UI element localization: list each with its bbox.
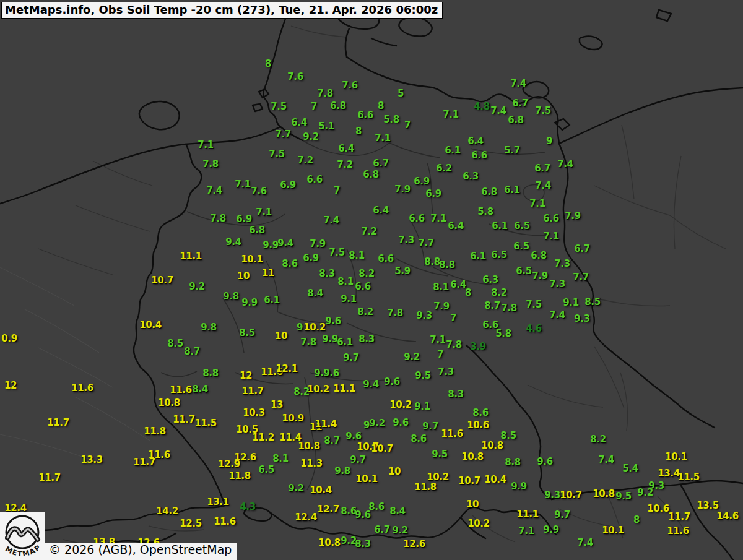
station-value: 10.3 xyxy=(243,407,264,418)
station-value: 7 xyxy=(334,185,340,196)
station-value: 9.9 xyxy=(322,334,337,345)
station-value: 8 xyxy=(633,514,640,525)
station-value: 9.7 xyxy=(554,509,570,520)
station-value: 11.3 xyxy=(300,458,322,469)
station-value: 12.9 xyxy=(218,459,240,470)
station-value: 11.5 xyxy=(677,472,699,483)
station-value: 11.6 xyxy=(441,428,463,439)
station-value: 8.1 xyxy=(272,453,288,464)
station-value: 7.1 xyxy=(430,213,446,224)
station-value: 9.1 xyxy=(341,293,356,304)
station-value: 8.8 xyxy=(439,259,454,270)
metmaps-logo: METMAPS xyxy=(0,512,45,560)
station-value: 7.8 xyxy=(387,308,402,319)
station-value: 6.6 xyxy=(306,174,322,185)
station-value: 6.4 xyxy=(373,205,388,216)
station-value: 9.6 xyxy=(537,456,552,467)
station-value: 7.8 xyxy=(501,303,516,314)
station-value: 14.2 xyxy=(156,506,178,517)
station-value: 8.2 xyxy=(357,306,373,317)
station-value: 8.7 xyxy=(324,435,339,446)
station-value: 8.6 xyxy=(341,506,356,517)
station-value: 9.2 xyxy=(303,131,318,142)
station-value: 6.4 xyxy=(338,143,354,154)
station-value: 9.2 xyxy=(369,418,385,429)
station-value: 7.8 xyxy=(210,213,225,224)
station-value: 6.5 xyxy=(514,220,529,231)
station-value: 8.6 xyxy=(411,433,426,444)
station-value: 7.1 xyxy=(529,198,545,209)
station-value: 13 xyxy=(271,399,283,410)
station-value: 7.3 xyxy=(549,278,565,290)
station-value: 11.6 xyxy=(667,525,689,536)
station-value: 12 xyxy=(4,380,17,391)
station-value: 6.6 xyxy=(543,213,558,224)
station-value: 6.9 xyxy=(236,213,251,225)
station-value: 8.3 xyxy=(448,389,463,400)
station-value: 8.2 xyxy=(491,287,506,298)
station-value: 7.4 xyxy=(577,537,593,548)
station-value: 0.9 xyxy=(1,333,17,344)
station-value: 7.2 xyxy=(297,155,313,166)
metmaps-logo-mark: METMAPS xyxy=(0,512,45,560)
station-value: 9.2 xyxy=(637,487,653,498)
station-value: 10.1 xyxy=(602,525,624,536)
station-value: 8 xyxy=(378,100,384,111)
station-value: 8.3 xyxy=(355,538,370,549)
station-value: 9.3 xyxy=(574,313,589,324)
station-value: 6.6 xyxy=(409,213,424,224)
station-value: 9 xyxy=(297,322,303,333)
station-value: 9.6 xyxy=(384,376,399,387)
station-value: 7.2 xyxy=(337,159,352,170)
station-value: 5.8 xyxy=(477,206,493,217)
station-value: 11.8 xyxy=(144,426,165,437)
station-value: 6.9 xyxy=(303,252,318,264)
station-value: 7.5 xyxy=(526,299,541,310)
station-value: 7.9 xyxy=(310,238,325,249)
station-value: 10.8 xyxy=(461,451,483,462)
station-value: 10.4 xyxy=(139,319,161,330)
station-value: 8 xyxy=(465,287,471,298)
station-value: 8 xyxy=(265,58,271,69)
station-value: 6.7 xyxy=(373,158,388,169)
station-value: 6.4 xyxy=(450,279,466,290)
station-value: 5.9 xyxy=(394,265,410,277)
station-value: 6.9 xyxy=(280,179,295,191)
station-value: 7.5 xyxy=(535,105,550,116)
station-value: 9.7 xyxy=(350,454,365,465)
station-value: 10.2 xyxy=(389,399,411,410)
station-value: 4.3 xyxy=(240,501,255,512)
station-value: 9.6 xyxy=(325,316,341,327)
station-value: 9.9 xyxy=(543,524,558,535)
station-value: 11.1 xyxy=(516,509,538,520)
weather-map[interactable]: 87.67.87.657.47.576.886.65.876.45.187.79… xyxy=(0,0,743,560)
station-value: 11.7 xyxy=(241,386,263,397)
station-value: 10 xyxy=(237,270,250,282)
station-value: 9.5 xyxy=(615,491,631,502)
station-value: 7.4 xyxy=(598,454,614,465)
station-value: 13.5 xyxy=(697,500,718,511)
station-value: 7.1 xyxy=(235,179,250,190)
station-value: 7.4 xyxy=(490,105,506,116)
station-value: 10.6 xyxy=(467,420,489,431)
station-value: 8.4 xyxy=(389,506,405,517)
station-value: 7.6 xyxy=(287,71,303,82)
station-value: 11.7 xyxy=(173,414,194,425)
station-value: 9.8 xyxy=(223,291,238,302)
station-value: 11.7 xyxy=(38,472,60,483)
map-title: MetMaps.info, Obs Soil Temp -20 cm (273)… xyxy=(1,2,443,19)
station-value: 10.2 xyxy=(303,322,325,333)
station-value: 8.8 xyxy=(505,457,520,468)
station-value: 14.6 xyxy=(716,510,738,522)
station-value: 8.3 xyxy=(319,268,334,279)
station-value: 8.8 xyxy=(424,256,440,267)
station-value: 5.4 xyxy=(622,463,638,474)
station-value: 10.2 xyxy=(307,384,329,395)
station-value: 13.4 xyxy=(658,468,679,479)
station-value: 12.5 xyxy=(180,518,201,529)
station-value: 7.1 xyxy=(198,139,213,150)
station-value: 10.7 xyxy=(371,443,393,454)
station-value: 10.7 xyxy=(458,475,480,486)
station-value: 10.1 xyxy=(355,473,377,485)
station-value: 7.4 xyxy=(557,158,573,170)
